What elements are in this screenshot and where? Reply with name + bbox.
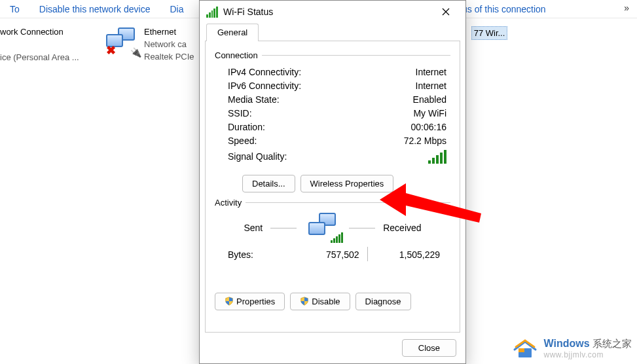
diagnose-button[interactable]: Diagnose	[355, 293, 411, 310]
close-icon	[442, 8, 450, 16]
uac-shield-icon	[300, 297, 309, 306]
conn-name: work Connection	[0, 26, 79, 39]
ipv6-value: Internet	[416, 81, 446, 91]
bytes-received-value: 1,505,229	[368, 249, 446, 261]
speed-label: Speed:	[228, 136, 257, 146]
activity-icon	[304, 213, 341, 243]
watermark-logo-icon	[512, 337, 538, 360]
ipv4-value: Internet	[416, 67, 446, 77]
wifi-adapter-selected[interactable]: 77 Wir...	[471, 26, 507, 40]
bytes-sent-value: 757,502	[287, 249, 367, 261]
conn-sub: Realtek PCIe	[144, 51, 194, 64]
properties-button[interactable]: Properties	[215, 293, 285, 310]
ssid-value: My WiFi	[413, 108, 446, 118]
media-label: Media State:	[228, 94, 280, 105]
wifi-status-dialog: Wi-Fi Status General Connection IPv4 Con…	[199, 0, 466, 364]
media-value: Enabled	[413, 94, 446, 105]
conn-sub: Network ca	[144, 39, 194, 51]
tab-general[interactable]: General	[206, 24, 259, 41]
wifi-signal-icon	[206, 6, 218, 18]
dialog-title: Wi-Fi Status	[223, 7, 428, 17]
conn-sub: ice (Personal Area ...	[0, 52, 79, 64]
conn-name: Ethernet	[144, 26, 194, 39]
watermark-url: www.bjjmlv.com	[543, 350, 632, 359]
watermark-brand: Windows	[543, 338, 589, 349]
disable-button[interactable]: Disable	[290, 293, 350, 310]
ipv6-label: IPv6 Connectivity:	[228, 81, 301, 91]
toolbar-link-disable[interactable]: Disable this network device	[39, 4, 151, 14]
section-activity: Activity	[215, 198, 242, 208]
signal-quality-bars-icon	[428, 149, 446, 164]
received-label: Received	[383, 223, 421, 233]
ethernet-plug-icon: 🔌	[130, 47, 141, 58]
section-connection: Connection	[215, 50, 258, 60]
duration-value: 00:06:16	[411, 122, 447, 132]
details-button[interactable]: Details...	[242, 175, 295, 192]
signal-quality-label: Signal Quality:	[228, 151, 287, 162]
uac-shield-icon	[225, 297, 234, 306]
wireless-properties-button[interactable]: Wireless Properties	[300, 175, 394, 192]
disconnected-x-icon: ✖	[106, 43, 116, 58]
titlebar: Wi-Fi Status	[200, 1, 465, 23]
speed-value: 72.2 Mbps	[404, 136, 446, 146]
bytes-label: Bytes:	[228, 249, 287, 261]
toolbar-overflow-chevron[interactable]: »	[624, 3, 629, 13]
ssid-label: SSID:	[228, 108, 252, 118]
svg-rect-2	[519, 348, 524, 352]
toolbar-link-dia[interactable]: Dia	[170, 4, 183, 14]
toolbar-link-to[interactable]: To	[10, 4, 20, 14]
watermark: Windows 系统之家 www.bjjmlv.com	[512, 337, 632, 360]
ipv4-label: IPv4 Connectivity:	[228, 67, 301, 77]
close-dialog-button[interactable]: Close	[402, 339, 456, 357]
close-button[interactable]	[433, 2, 459, 22]
sent-label: Sent	[244, 223, 263, 233]
network-adapter-icon: ✖ 🔌	[106, 26, 139, 55]
watermark-cn: 系统之家	[592, 338, 632, 349]
duration-label: Duration:	[228, 122, 265, 132]
